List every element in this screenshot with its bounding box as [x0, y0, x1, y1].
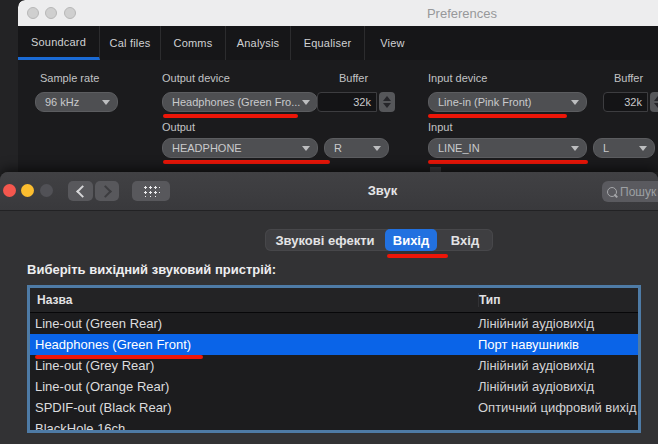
chevron-down-icon — [571, 100, 579, 105]
tab-soundcard[interactable]: Soundcard — [18, 26, 100, 60]
chevron-down-icon — [639, 146, 647, 151]
output-channel-value: R — [334, 142, 342, 154]
sample-rate-dropdown[interactable]: 96 kHz — [35, 92, 118, 112]
table-row[interactable]: Line-out (Orange Rear) Лінійний аудіових… — [30, 376, 638, 397]
preferences-titlebar[interactable]: Preferences — [18, 0, 658, 26]
stepper-buttons[interactable] — [379, 92, 395, 112]
step-up-icon — [383, 96, 391, 101]
input-device-label: Input device — [428, 72, 487, 84]
output-buffer-field[interactable]: 32k — [317, 92, 377, 112]
table-row[interactable]: SPDIF-out (Black Rear) Оптичний цифровий… — [30, 397, 638, 418]
forward-button[interactable] — [95, 181, 119, 201]
preferences-window: Preferences Soundcard Cal files Comms An… — [18, 0, 658, 172]
tab-output[interactable]: Вихід — [385, 229, 437, 251]
minimize-button[interactable] — [21, 184, 34, 197]
step-down-icon — [654, 103, 658, 108]
device-type: Оптичний цифровий вихід — [478, 400, 638, 415]
step-up-icon — [654, 96, 658, 101]
chevron-left-icon — [76, 185, 89, 198]
output-device-heading: Виберіть вихідний звуковий пристрій: — [27, 262, 276, 277]
device-name: Line-out (Green Rear) — [30, 316, 478, 331]
input-buffer-field[interactable]: 32k — [603, 92, 648, 112]
chevron-down-icon — [302, 100, 310, 105]
device-name: Headphones (Green Front) — [30, 337, 478, 352]
chevron-right-icon — [99, 185, 112, 198]
table-header: Назва Тип — [30, 288, 638, 313]
screen: Preferences Soundcard Cal files Comms An… — [0, 0, 658, 444]
zoom-button[interactable] — [64, 7, 76, 19]
close-button[interactable] — [3, 184, 16, 197]
output-device-value: Headphones (Green Fro... — [172, 96, 300, 108]
output-devices-table[interactable]: Назва Тип Line-out (Green Rear) Лінійний… — [27, 285, 641, 433]
tab-analysis[interactable]: Analysis — [226, 26, 291, 60]
table-row-selected[interactable]: Headphones (Green Front) Порт навушників — [30, 334, 638, 355]
tab-equaliser[interactable]: Equaliser — [291, 26, 365, 60]
sample-rate-label: Sample rate — [40, 72, 99, 84]
column-header-name[interactable]: Назва — [30, 293, 478, 307]
preferences-tab-bar: Soundcard Cal files Comms Analysis Equal… — [18, 26, 658, 60]
window-title: Звук — [340, 183, 425, 198]
tab-view[interactable]: View — [365, 26, 420, 60]
device-name: BlackHole 16ch — [30, 421, 478, 433]
search-field[interactable] — [602, 181, 658, 202]
search-icon — [607, 187, 617, 197]
input-value: LINE_IN — [438, 142, 480, 154]
minimize-button[interactable] — [45, 7, 57, 19]
input-buffer-spinner[interactable]: 32k — [603, 92, 658, 112]
output-buffer-spinner[interactable]: 32k — [317, 92, 395, 112]
show-all-button[interactable] — [132, 181, 170, 201]
output-label: Output — [162, 121, 195, 133]
column-header-type[interactable]: Тип — [478, 293, 638, 307]
chevron-down-icon — [302, 146, 310, 151]
annotation-underline-headphones-row — [35, 355, 203, 359]
input-buffer-label: Buffer — [614, 72, 643, 84]
zoom-button[interactable] — [40, 184, 53, 197]
window-title: Preferences — [412, 6, 512, 21]
device-name: Line-out (Orange Rear) — [30, 379, 478, 394]
search-input[interactable] — [617, 185, 658, 199]
input-device-dropdown[interactable]: Line-in (Pink Front) — [428, 92, 587, 112]
sound-window: Звук Звукові ефекти Вихід Вхід Виберіть … — [0, 172, 658, 444]
chevron-down-icon — [373, 146, 381, 151]
output-buffer-label: Buffer — [339, 72, 368, 84]
tab-sound-effects[interactable]: Звукові ефекти — [265, 229, 385, 251]
input-channel-dropdown[interactable]: L — [593, 138, 655, 158]
annotation-underline-input — [428, 160, 588, 164]
output-value: HEADPHONE — [172, 142, 242, 154]
output-channel-dropdown[interactable]: R — [324, 138, 389, 158]
annotation-underline-output-tab — [387, 254, 448, 258]
close-button[interactable] — [27, 7, 39, 19]
tab-comms[interactable]: Comms — [161, 26, 226, 60]
table-row[interactable]: Line-out (Green Rear) Лінійний аудіовихі… — [30, 313, 638, 334]
input-label: Input — [428, 121, 452, 133]
soundcard-panel: Sample rate Output device Buffer Input d… — [18, 60, 658, 172]
grid-icon — [143, 185, 160, 197]
sound-tab-bar: Звукові ефекти Вихід Вхід — [265, 229, 493, 251]
output-device-label: Output device — [162, 72, 230, 84]
sound-titlebar[interactable]: Звук — [0, 172, 658, 211]
annotation-underline-output — [163, 160, 330, 164]
output-device-dropdown[interactable]: Headphones (Green Fro... — [162, 92, 318, 112]
step-down-icon — [383, 103, 391, 108]
sample-rate-value: 96 kHz — [45, 96, 79, 108]
device-name: Line-out (Grey Rear) — [30, 358, 478, 373]
device-type: Порт навушників — [478, 337, 638, 352]
chevron-down-icon — [571, 146, 579, 151]
tab-input[interactable]: Вхід — [437, 229, 493, 251]
annotation-underline-input-device — [428, 114, 567, 118]
back-button[interactable] — [68, 181, 93, 201]
device-type: Лінійний аудіовихід — [478, 316, 638, 331]
device-type: Лінійний аудіовихід — [478, 358, 638, 373]
stepper-buttons[interactable] — [650, 92, 658, 112]
input-channel-value: L — [603, 142, 609, 154]
output-dropdown[interactable]: HEADPHONE — [162, 138, 318, 158]
table-row[interactable]: BlackHole 16ch — [30, 418, 638, 433]
device-name: SPDIF-out (Black Rear) — [30, 400, 478, 415]
tab-cal-files[interactable]: Cal files — [100, 26, 161, 60]
input-device-value: Line-in (Pink Front) — [438, 96, 532, 108]
device-type: Лінійний аудіовихід — [478, 379, 638, 394]
chevron-down-icon — [102, 100, 110, 105]
annotation-underline-output-device — [163, 114, 298, 118]
input-dropdown[interactable]: LINE_IN — [428, 138, 587, 158]
